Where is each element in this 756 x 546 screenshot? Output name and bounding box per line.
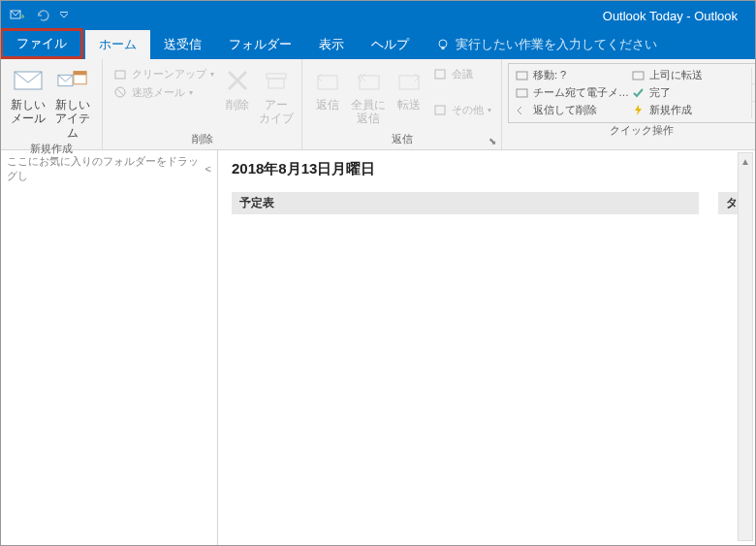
folder-pane: ここにお気に入りのフォルダーをドラッグし < bbox=[1, 150, 218, 545]
reply-all-button[interactable]: 全員に 返信 bbox=[347, 63, 390, 128]
new-item-button[interactable]: 新しい アイテム bbox=[49, 63, 96, 142]
favorites-hint-text: ここにお気に入りのフォルダーをドラッグし bbox=[7, 154, 205, 183]
scroll-up-icon[interactable]: ▲ bbox=[739, 153, 752, 169]
send-receive-all-icon[interactable] bbox=[7, 5, 28, 26]
ribbon-group-new: 新しい メール 新しい アイテム 新規作成 bbox=[1, 59, 103, 149]
check-icon bbox=[631, 86, 645, 100]
tab-help[interactable]: ヘルプ bbox=[358, 30, 423, 59]
junk-label: 迷惑メール bbox=[132, 85, 185, 100]
meeting-button[interactable]: 会議 bbox=[428, 65, 495, 82]
archive-icon bbox=[261, 65, 292, 96]
svg-rect-20 bbox=[517, 72, 527, 80]
svg-point-2 bbox=[439, 40, 447, 48]
tab-send-receive[interactable]: 送受信 bbox=[150, 30, 215, 59]
lightning-icon bbox=[631, 104, 645, 117]
tab-folder[interactable]: フォルダー bbox=[215, 30, 305, 59]
gallery-more-button[interactable]: ▾ bbox=[752, 102, 756, 118]
gallery-up-button[interactable]: ▲ bbox=[752, 68, 756, 84]
archive-label: アー カイブ bbox=[259, 98, 294, 126]
more-icon bbox=[432, 102, 448, 117]
forward-icon bbox=[394, 65, 425, 96]
new-mail-label: 新しい メール bbox=[11, 98, 46, 126]
more-button[interactable]: その他▾ bbox=[428, 101, 495, 118]
svg-rect-15 bbox=[318, 76, 337, 89]
to-boss-icon bbox=[631, 69, 645, 82]
ribbon-group-delete: クリーンアップ▾ 迷惑メール▾ 削除 アー カイブ 削除 bbox=[103, 59, 302, 149]
junk-button[interactable]: 迷惑メール▾ bbox=[109, 83, 218, 101]
envelope-icon bbox=[13, 65, 44, 96]
more-label: その他 bbox=[452, 103, 484, 117]
group-label-reply: 返信 bbox=[302, 132, 501, 149]
tell-me-search[interactable]: 実行したい作業を入力してください bbox=[423, 30, 671, 59]
undo-icon[interactable] bbox=[32, 5, 53, 26]
quickstep-reply-delete[interactable]: 返信して削除 bbox=[515, 103, 631, 117]
delete-x-icon bbox=[222, 65, 253, 96]
svg-rect-1 bbox=[60, 12, 68, 13]
today-date-header: 2018年8月13日月曜日 bbox=[232, 160, 741, 178]
delete-label: 削除 bbox=[226, 98, 249, 112]
group-label-delete: 削除 bbox=[103, 132, 301, 149]
reply-delete-icon bbox=[515, 104, 528, 117]
svg-rect-8 bbox=[115, 71, 125, 79]
calendar-section-header[interactable]: 予定表 bbox=[232, 192, 699, 214]
quicksteps-gallery-nav: ▲ ▼ ▾ bbox=[751, 68, 756, 118]
junk-icon bbox=[112, 84, 128, 100]
meeting-label: 会議 bbox=[452, 67, 473, 81]
tab-file[interactable]: ファイル bbox=[0, 28, 83, 59]
new-item-label: 新しい アイテム bbox=[51, 98, 94, 140]
window-title: Outlook Today - Outlook bbox=[71, 9, 749, 23]
cleanup-icon bbox=[112, 66, 128, 81]
svg-line-10 bbox=[116, 88, 124, 96]
svg-rect-7 bbox=[74, 72, 86, 76]
folder-move-icon bbox=[515, 69, 528, 82]
ribbon-group-reply: 返信 全員に 返信 転送 会議 その他▾ 返信 bbox=[302, 59, 502, 149]
favorites-drop-hint[interactable]: ここにお気に入りのフォルダーをドラッグし < bbox=[1, 150, 217, 187]
quickstep-move-to[interactable]: 移動: ? bbox=[515, 68, 631, 82]
new-items-icon bbox=[57, 65, 88, 96]
quickstep-create-new[interactable]: 新規作成 bbox=[631, 103, 747, 117]
svg-rect-16 bbox=[360, 76, 379, 89]
quick-access-toolbar bbox=[7, 5, 71, 26]
tell-me-label: 実行したい作業を入力してください bbox=[456, 36, 657, 53]
reply-button[interactable]: 返信 bbox=[308, 63, 347, 113]
outlook-today-main: 2018年8月13日月曜日 予定表 タ bbox=[218, 150, 755, 545]
tab-home[interactable]: ホーム bbox=[85, 30, 150, 59]
cleanup-button[interactable]: クリーンアップ▾ bbox=[109, 65, 218, 82]
lightbulb-icon bbox=[436, 38, 450, 51]
ribbon: 新しい メール 新しい アイテム 新規作成 クリーンアップ▾ 迷惑メール▾ bbox=[1, 59, 755, 150]
svg-rect-21 bbox=[517, 89, 527, 97]
cleanup-label: クリーンアップ bbox=[132, 67, 206, 81]
svg-rect-17 bbox=[399, 76, 419, 89]
quickstep-done[interactable]: 完了 bbox=[631, 85, 747, 100]
gallery-down-button[interactable]: ▼ bbox=[752, 84, 756, 101]
delete-button[interactable]: 削除 bbox=[218, 63, 257, 113]
quickstep-to-boss[interactable]: 上司に転送 bbox=[631, 68, 747, 82]
reply-label: 返信 bbox=[316, 98, 339, 112]
svg-rect-14 bbox=[268, 79, 284, 88]
title-bar: Outlook Today - Outlook bbox=[1, 1, 755, 30]
svg-rect-22 bbox=[633, 72, 644, 80]
svg-rect-13 bbox=[267, 74, 286, 79]
group-label-quicksteps: クイック操作 bbox=[502, 123, 756, 141]
team-mail-icon bbox=[515, 86, 528, 100]
forward-label: 転送 bbox=[397, 98, 421, 112]
collapse-pane-icon[interactable]: < bbox=[205, 163, 211, 175]
ribbon-tabs: ファイル ホーム 送受信 フォルダー 表示 ヘルプ 実行したい作業を入力してくだ… bbox=[1, 30, 755, 59]
tab-view[interactable]: 表示 bbox=[305, 30, 358, 59]
vertical-scrollbar[interactable]: ▲ bbox=[738, 152, 753, 541]
reply-all-label: 全員に 返信 bbox=[351, 98, 386, 126]
forward-button[interactable]: 転送 bbox=[390, 63, 428, 113]
svg-rect-19 bbox=[435, 106, 445, 114]
quickstep-team-email[interactable]: チーム宛て電子メ… bbox=[515, 85, 631, 100]
new-mail-button[interactable]: 新しい メール bbox=[7, 63, 49, 128]
qat-customize-icon[interactable] bbox=[57, 5, 71, 26]
svg-rect-18 bbox=[435, 70, 445, 79]
archive-button[interactable]: アー カイブ bbox=[257, 63, 296, 128]
svg-rect-3 bbox=[442, 47, 445, 49]
content-area: ここにお気に入りのフォルダーをドラッグし < 2018年8月13日月曜日 予定表… bbox=[1, 150, 755, 545]
ribbon-group-quicksteps: 移動: ? チーム宛て電子メ… 返信して削除 上司に転送 完了 新規作成 ▲ ▼… bbox=[502, 59, 756, 149]
reply-group-launcher[interactable]: ⬊ bbox=[486, 134, 499, 147]
quicksteps-gallery: 移動: ? チーム宛て電子メ… 返信して削除 上司に転送 完了 新規作成 ▲ ▼… bbox=[508, 63, 756, 123]
reply-all-icon bbox=[353, 65, 384, 96]
meeting-icon bbox=[432, 66, 448, 81]
